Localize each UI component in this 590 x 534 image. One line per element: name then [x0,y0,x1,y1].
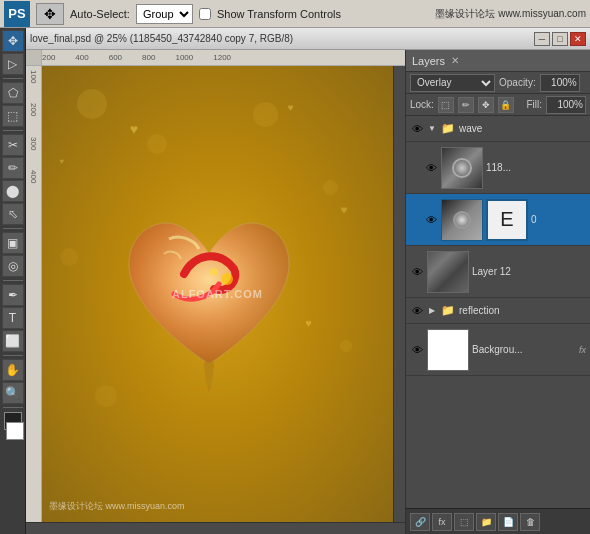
tool-patch[interactable]: ✂ [2,134,24,156]
ruler-tick: 1000 [175,53,193,62]
link-layers-btn[interactable]: 🔗 [410,513,430,531]
layers-tab-label[interactable]: Layers [412,55,445,67]
layer-thumb-active [441,199,483,241]
tool-hand[interactable]: ✋ [2,359,24,381]
layer-name-bg: Backgrou... [472,344,576,355]
delete-layer-btn[interactable]: 🗑 [520,513,540,531]
layers-list: 👁 ▼ 📁 wave 👁 118... [406,116,590,508]
new-group-btn[interactable]: 📁 [476,513,496,531]
tools-panel: ✥ ▷ ⬠ ⬚ ✂ ✏ ⬤ ⬁ ▣ ◎ ✒ T ⬜ ✋ 🔍 [0,28,26,534]
tool-move[interactable]: ✥ [2,30,24,52]
tool-type[interactable]: T [2,307,24,329]
thumb-layer12-content [428,252,468,292]
background-color[interactable] [6,422,24,440]
layer-name-reflection: reflection [459,305,586,316]
fill-input[interactable] [546,96,586,114]
auto-select-dropdown[interactable]: Group Layer [136,4,193,24]
layer-group-wave[interactable]: 👁 ▼ 📁 wave [406,116,590,142]
expand-icon-wave[interactable]: ▼ [427,124,437,134]
eye-icon-118[interactable]: 👁 [424,161,438,175]
heart-bokeh: ♥ [130,121,138,137]
ruler-tick: 1200 [213,53,231,62]
layer-active[interactable]: 👁 E 0 [406,194,590,246]
layer-118[interactable]: 👁 118... [406,142,590,194]
heart-bokeh: ♥ [60,157,65,166]
bokeh-dot [340,340,352,352]
canvas-content: 100 200 300 400 [26,66,405,522]
ruler-tick-v: 200 [29,103,38,116]
horizontal-scrollbar[interactable] [26,522,405,534]
tool-zoom[interactable]: 🔍 [2,382,24,404]
bokeh-dot [253,102,278,127]
heart-image [95,157,323,431]
content-row: 200 400 600 800 1000 1200 100 200 300 40… [26,50,590,534]
ruler-tick-v: 100 [29,70,38,83]
minimize-button[interactable]: ─ [534,32,550,46]
tool-crop[interactable]: ⬚ [2,105,24,127]
tool-path[interactable]: ⬜ [2,330,24,352]
lock-transparent-btn[interactable]: ⬚ [438,97,454,113]
opacity-label: Opacity: [499,77,536,88]
thumb-water-drop [442,148,482,188]
layer-name-wave: wave [459,123,586,134]
lock-paint-btn[interactable]: ✏ [458,97,474,113]
layers-bottom: 🔗 fx ⬚ 📁 📄 🗑 [406,508,590,534]
window-titlebar: love_final.psd @ 25% (1185450_43742840 c… [26,28,590,50]
add-fx-btn[interactable]: fx [432,513,452,531]
ps-window: love_final.psd @ 25% (1185450_43742840 c… [26,28,590,534]
ruler-horizontal: 200 400 600 800 1000 1200 [26,50,405,66]
layer-background[interactable]: 👁 Backgrou... fx [406,324,590,376]
thumb-active-content [442,200,482,240]
layers-tab: Layers ✕ [406,50,590,72]
svg-point-1 [210,268,218,276]
folder-icon-wave: 📁 [440,122,456,136]
lock-all-btn[interactable]: 🔒 [498,97,514,113]
new-layer-btn[interactable]: 📄 [498,513,518,531]
thumb-letter: E [500,208,513,231]
tool-separator-2 [3,130,23,131]
tool-brush[interactable]: ✏ [2,157,24,179]
tool-eraser[interactable]: ⬁ [2,203,24,225]
vertical-scrollbar[interactable] [393,66,405,522]
lock-position-btn[interactable]: ✥ [478,97,494,113]
ps-logo: PS [4,1,30,27]
eye-icon-wave[interactable]: 👁 [410,122,424,136]
tool-select[interactable]: ▷ [2,53,24,75]
eye-icon-bg[interactable]: 👁 [410,343,424,357]
layer-group-reflection[interactable]: 👁 ▶ 📁 reflection [406,298,590,324]
site-text: 墨缘设计论坛 www.missyuan.com [435,7,586,21]
show-transform-label: Show Transform Controls [217,8,341,20]
ruler-tick-v: 400 [29,170,38,183]
tool-separator-3 [3,228,23,229]
tool-dodge[interactable]: ◎ [2,255,24,277]
tool-clone[interactable]: ⬤ [2,180,24,202]
eye-icon-layer12[interactable]: 👁 [410,265,424,279]
eye-icon-reflection[interactable]: 👁 [410,304,424,318]
top-toolbar: PS ✥ Auto-Select: Group Layer Show Trans… [0,0,590,28]
move-tool-btn[interactable]: ✥ [36,3,64,25]
canvas-background: ♥ ♥ ♥ ♥ ♥ [42,66,393,522]
eye-icon-active[interactable]: 👁 [424,213,438,227]
tool-gradient[interactable]: ▣ [2,232,24,254]
maximize-button[interactable]: □ [552,32,568,46]
drop-circle [452,158,472,178]
layer-extra-thumb: E [486,199,528,241]
lock-label: Lock: [410,99,434,110]
heart-bokeh: ♥ [340,203,347,217]
layer-name-layer12: Layer 12 [472,266,586,277]
add-mask-btn[interactable]: ⬚ [454,513,474,531]
auto-select-label: Auto-Select: [70,8,130,20]
expand-icon-reflection[interactable]: ▶ [427,306,437,316]
bokeh-dot [60,248,78,266]
layer-12[interactable]: 👁 Layer 12 [406,246,590,298]
layer-thumb-bg [427,329,469,371]
image-canvas[interactable]: ♥ ♥ ♥ ♥ ♥ [42,66,393,522]
tool-lasso[interactable]: ⬠ [2,82,24,104]
layers-tab-close[interactable]: ✕ [451,55,459,66]
show-transform-checkbox[interactable] [199,8,211,20]
close-button[interactable]: ✕ [570,32,586,46]
tool-pen[interactable]: ✒ [2,284,24,306]
opacity-input[interactable] [540,74,580,92]
blend-mode-select[interactable]: Overlay Normal Multiply Screen [410,74,495,92]
canvas-area: 200 400 600 800 1000 1200 100 200 300 40… [26,50,405,534]
